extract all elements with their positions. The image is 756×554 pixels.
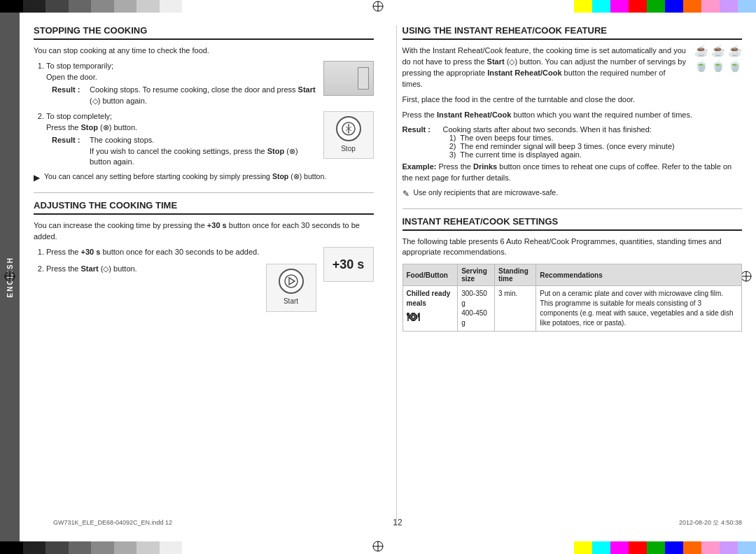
note-icon-2: ✎	[402, 189, 410, 199]
footer-left-text: GW731K_ELE_DE68-04092C_EN.indd 12	[53, 519, 172, 526]
cup-icon-4: 🍵	[694, 60, 708, 71]
heading-stopping: STOPPING THE COOKING	[34, 25, 374, 40]
food-cell: Chilled ready meals 🍽	[402, 286, 458, 332]
divider-2	[402, 208, 743, 209]
stopping-item1: To stop temporarily;Open the door. Resul…	[46, 61, 374, 107]
th-recommendations: Recommendations	[536, 264, 742, 286]
stop-btn-illustration: Stop	[323, 111, 374, 159]
stopping-item2: Stop To stop completely;Press the Stop (…	[46, 111, 374, 169]
divider-1	[34, 192, 374, 193]
col-left: STOPPING THE COOKING You can stop cookin…	[34, 25, 379, 525]
stopping-note-text: You can cancel any setting before starti…	[44, 172, 326, 180]
serving-cell: 300-350 g400-450 g	[458, 286, 495, 332]
result-row-2: Result : The cooking stops.If you wish t…	[52, 135, 316, 169]
result-text-right: Cooking starts after about two seconds. …	[443, 125, 675, 159]
color-bars-right	[574, 0, 756, 13]
reheat-para1: With the Instant Reheat/Cook feature, th…	[402, 45, 743, 90]
th-serving: Serving size	[458, 264, 495, 286]
footer-right-text: 2012-08-20 오 4:50:38	[679, 518, 742, 527]
reheat-para3: Press the Instant Reheat/Cook button whi…	[402, 110, 743, 121]
result-label-1: Result :	[52, 85, 85, 107]
adjusting-list: +30 s Press the +30 s button once for ea…	[34, 247, 374, 275]
drink-icons-row2: 🍵 🍵 🍵	[694, 60, 742, 71]
result-label-right: Result :	[402, 125, 439, 159]
th-food: Food/Button	[402, 264, 458, 286]
heading-using-reheat: USING THE INSTANT REHEAT/COOK FEATURE	[402, 25, 743, 40]
color-bars-left	[0, 0, 182, 13]
cup-icon-1: ☕	[694, 45, 708, 57]
stop-btn-circle	[336, 116, 361, 141]
start-btn-label: Start	[284, 297, 298, 307]
reheat-settings-intro: The following table presents 6 Auto Rehe…	[402, 236, 743, 259]
page-number: 12	[393, 518, 402, 527]
start-btn-circle	[279, 269, 304, 294]
table-header: Food/Button Serving size Standing time R…	[402, 264, 742, 286]
reg-mark-top	[371, 0, 385, 13]
table-row: Chilled ready meals 🍽 300-350 g400-450 g…	[402, 286, 742, 332]
reg-mark-left	[3, 269, 17, 285]
heading-adjusting: ADJUSTING THE COOKING TIME	[34, 200, 374, 215]
cup-icon-2: ☕	[711, 45, 725, 57]
cup-icon-5: 🍵	[711, 60, 725, 71]
drink-icons-row1: ☕ ☕ ☕	[694, 45, 742, 57]
section-using-reheat: USING THE INSTANT REHEAT/COOK FEATURE ☕ …	[402, 25, 743, 199]
adjusting-intro: You can increase the cooking time by pre…	[34, 220, 374, 243]
section-stopping: STOPPING THE COOKING You can stop cookin…	[34, 25, 374, 183]
color-bars-top	[0, 0, 756, 13]
start-btn-illustration: Start	[266, 264, 316, 312]
section-adjusting: ADJUSTING THE COOKING TIME You can incre…	[34, 200, 374, 275]
note-icon-1: ▶	[34, 173, 40, 183]
standing-cell: 3 min.	[494, 286, 536, 332]
example-text: Example: Press the Drinks button once ti…	[402, 162, 743, 184]
main-content: STOPPING THE COOKING You can stop cookin…	[20, 13, 756, 541]
plus30-label: +30 s	[332, 255, 365, 274]
svg-marker-14	[289, 278, 295, 285]
table-body: Chilled ready meals 🍽 300-350 g400-450 g…	[402, 286, 742, 332]
reg-mark-bottom	[371, 540, 385, 553]
stopping-note: ▶ You can cancel any setting before star…	[34, 172, 374, 183]
microwave-illustration	[323, 61, 374, 96]
stopping-list: To stop temporarily;Open the door. Resul…	[34, 61, 374, 168]
section-reheat-settings: INSTANT REHEAT/COOK SETTINGS The followi…	[402, 216, 743, 332]
reheat-note: ✎ Use only recipients that are microwave…	[402, 188, 743, 199]
reheat-note-text: Use only recipients that are microwave-s…	[414, 188, 559, 197]
reheat-table: Food/Button Serving size Standing time R…	[402, 264, 743, 332]
stop-btn-label: Stop	[341, 144, 356, 155]
result-label-2: Result :	[52, 135, 85, 169]
adjusting-item1: +30 s Press the +30 s button once for ea…	[46, 247, 374, 258]
food-name: Chilled ready meals	[407, 290, 451, 307]
color-bars-bottom	[0, 541, 756, 554]
food-icon: 🍽	[407, 310, 419, 324]
result-text-2: The cooking stops.If you wish to cancel …	[90, 135, 316, 169]
heading-reheat-settings: INSTANT REHEAT/COOK SETTINGS	[402, 216, 743, 231]
stopping-intro: You can stop cooking at any time to chec…	[34, 45, 374, 57]
col-right: USING THE INSTANT REHEAT/COOK FEATURE ☕ …	[396, 25, 743, 525]
recommendation-cell: Put on a ceramic plate and cover with mi…	[536, 286, 742, 332]
th-standing: Standing time	[494, 264, 536, 286]
result-row-1: Result : Cooking stops. To resume cookin…	[52, 85, 316, 107]
cup-icon-3: ☕	[728, 45, 742, 57]
result-text-1: Cooking stops. To resume cooking, close …	[90, 85, 316, 107]
reheat-para2: First, place the food in the centre of t…	[402, 94, 743, 106]
result-row-right: Result : Cooking starts after about two …	[402, 125, 743, 159]
page-footer: GW731K_ELE_DE68-04092C_EN.indd 12 12 201…	[39, 518, 756, 527]
drink-icons-container: ☕ ☕ ☕ 🍵 🍵 🍵	[694, 45, 742, 73]
plus30-illustration: +30 s	[323, 247, 374, 282]
cup-icon-6: 🍵	[728, 60, 742, 71]
